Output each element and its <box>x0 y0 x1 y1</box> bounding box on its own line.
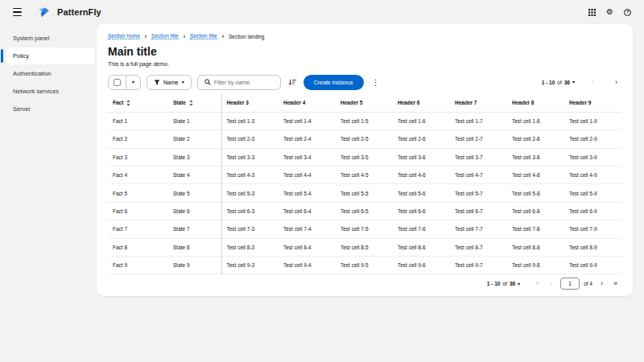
sort-button[interactable] <box>287 79 298 86</box>
search-placeholder: Filter by name <box>214 80 250 85</box>
patternfly-logo-icon <box>38 6 50 19</box>
table-cell: Test cell 1-4 <box>279 112 336 130</box>
pagination-menu-toggle[interactable]: 1 - 10 of 36 ▾ <box>542 80 575 85</box>
table-cell: Test cell 7-9 <box>564 220 621 238</box>
pagination-of-label: of <box>502 281 506 286</box>
table-cell: Test cell 2-6 <box>393 130 450 148</box>
sidebar-item-system-panel[interactable]: System panel <box>6 30 95 47</box>
table-cell: Test cell 2-3 <box>221 130 279 148</box>
page-subtitle: This is a full page demo. <box>108 61 621 67</box>
filter-dropdown-label: Name <box>163 80 179 85</box>
pagination-menu-toggle-bottom[interactable]: 1 - 10 of 36 ▾ <box>487 281 520 286</box>
chevron-down-icon: ▾ <box>132 80 134 84</box>
pagination-total: 36 <box>510 281 515 286</box>
breadcrumb: Section home›Section title›Section title… <box>108 31 621 43</box>
next-page-button[interactable]: › <box>611 79 621 86</box>
table-cell: Test cell 8-3 <box>221 238 279 256</box>
table-body: Fact 1State 1Test cell 1-3Test cell 1-4T… <box>108 112 621 274</box>
column-header-header-4: Header 4 <box>279 94 336 112</box>
column-header-fact[interactable]: Fact <box>108 94 168 112</box>
bulk-select-caret-segment[interactable]: ▾ <box>126 76 140 89</box>
table-cell: Test cell 5-4 <box>279 184 336 202</box>
next-page-button[interactable]: › <box>597 280 607 287</box>
table-cell: Test cell 9-6 <box>393 257 450 274</box>
kebab-menu-button[interactable]: ⋮ <box>369 78 382 87</box>
table-cell: State 4 <box>168 167 221 184</box>
breadcrumb-link[interactable]: Section title <box>190 33 217 39</box>
table-row: Fact 4State 4Test cell 4-3Test cell 4-4T… <box>108 167 621 184</box>
app-launcher-grid-icon[interactable] <box>588 9 596 16</box>
column-header-header-3: Header 3 <box>221 94 279 112</box>
table-cell: State 9 <box>168 257 221 274</box>
table-cell: Test cell 1-8 <box>507 112 564 130</box>
column-header-label: Header 7 <box>455 100 477 105</box>
nav-toggle-hamburger-icon[interactable] <box>13 8 23 16</box>
table-cell: Test cell 5-7 <box>450 184 507 202</box>
table-cell: Test cell 7-5 <box>336 220 393 238</box>
prev-page-button[interactable]: ‹ <box>588 79 598 86</box>
question-mark-glyph: ? <box>624 9 631 16</box>
table-cell: Test cell 4-3 <box>221 167 279 184</box>
table-cell: Test cell 9-3 <box>221 257 279 274</box>
filter-funnel-icon <box>154 80 160 85</box>
breadcrumb-separator-chevron-icon: › <box>145 33 147 39</box>
table-cell: Test cell 7-3 <box>221 220 279 238</box>
search-input[interactable]: Filter by name <box>197 75 281 90</box>
table-row: Fact 2State 2Test cell 2-3Test cell 2-4T… <box>108 130 621 148</box>
table-cell: Test cell 6-5 <box>336 202 393 220</box>
create-instance-button[interactable]: Create instance <box>303 75 364 90</box>
table-cell: Test cell 3-9 <box>564 148 621 166</box>
last-page-button[interactable]: » <box>609 280 621 287</box>
breadcrumb-current: Section landing <box>229 34 264 39</box>
sidebar-item-server[interactable]: Server <box>6 101 95 117</box>
table-cell: Test cell 6-8 <box>507 202 564 220</box>
current-page-input[interactable] <box>560 278 580 290</box>
bulk-select-split-button[interactable]: ▾ <box>108 75 141 90</box>
table-cell: Fact 4 <box>108 167 168 184</box>
table-cell: Test cell 4-5 <box>336 167 393 184</box>
table-cell: State 2 <box>168 130 221 148</box>
pagination-range: 1 - 10 <box>542 80 555 85</box>
breadcrumb-separator-chevron-icon: › <box>184 33 185 39</box>
table-cell: Test cell 5-5 <box>336 184 393 202</box>
sidebar-item-policy[interactable]: Policy <box>6 47 95 64</box>
table-cell: Test cell 3-7 <box>450 148 507 166</box>
table-cell: Test cell 3-5 <box>336 148 393 166</box>
pagination-top: 1 - 10 of 36 ▾ ‹ › <box>542 79 621 86</box>
name-filter-dropdown[interactable]: Name ▾ <box>147 75 192 90</box>
content-card: Section home›Section title›Section title… <box>97 24 633 296</box>
pagination-of-label: of <box>557 80 561 85</box>
first-page-button[interactable]: « <box>531 280 543 287</box>
column-header-header-8: Header 8 <box>507 94 564 112</box>
masthead: PatternFly ⚙ ? <box>0 0 644 24</box>
column-header-header-6: Header 6 <box>393 94 450 112</box>
table-cell: Test cell 4-6 <box>393 167 450 184</box>
sidebar-item-authentication[interactable]: Authentication <box>6 65 95 82</box>
table-cell: State 1 <box>168 112 221 130</box>
table-cell: Fact 7 <box>108 220 168 238</box>
column-header-label: Header 3 <box>227 100 249 105</box>
table-cell: Test cell 4-4 <box>279 167 336 184</box>
breadcrumb-link[interactable]: Section title <box>151 33 179 39</box>
bulk-select-checkbox[interactable] <box>114 79 121 86</box>
help-question-icon[interactable]: ? <box>624 9 631 16</box>
table-cell: Test cell 7-7 <box>450 220 507 238</box>
prev-page-button[interactable]: ‹ <box>546 280 556 287</box>
table-cell: Fact 2 <box>108 130 168 148</box>
column-header-label: Header 9 <box>569 100 591 105</box>
table-cell: Test cell 8-5 <box>336 238 393 256</box>
settings-gear-icon[interactable]: ⚙ <box>606 8 613 16</box>
sort-column-icon <box>189 100 193 106</box>
table-row: Fact 1State 1Test cell 1-3Test cell 1-4T… <box>108 112 621 130</box>
bulk-select-checkbox-segment[interactable] <box>109 76 126 89</box>
sidebar-item-network-services[interactable]: Network services <box>6 83 95 100</box>
column-header-state[interactable]: State <box>168 94 221 112</box>
chevron-down-icon: ▾ <box>518 282 520 286</box>
breadcrumb-link[interactable]: Section home <box>108 33 140 39</box>
app-window: PatternFly ⚙ ? System panelPolicyAuthent… <box>0 0 644 362</box>
table-cell: Test cell 7-6 <box>393 220 450 238</box>
table-cell: Test cell 8-8 <box>507 238 564 256</box>
table-cell: Fact 1 <box>108 112 168 130</box>
table-cell: Test cell 2-5 <box>336 130 393 148</box>
table-cell: Test cell 7-8 <box>507 220 564 238</box>
